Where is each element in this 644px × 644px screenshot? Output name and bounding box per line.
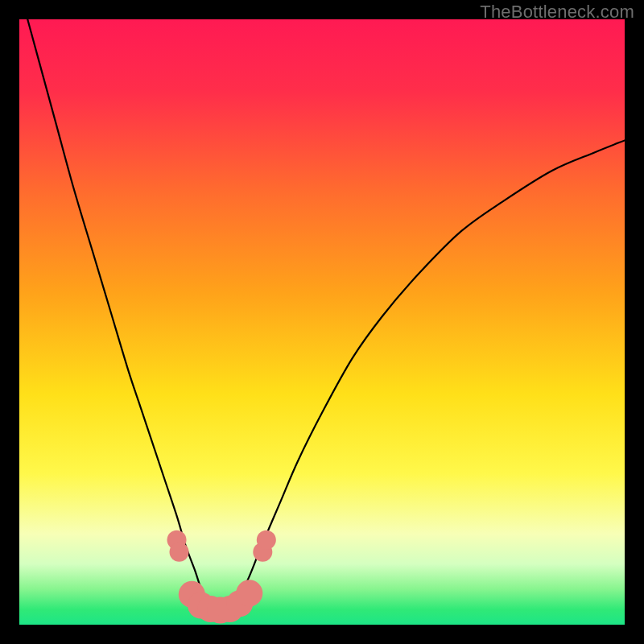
bead-marker xyxy=(257,530,276,550)
chart-frame: TheBottleneck.com xyxy=(0,0,644,644)
chart-svg xyxy=(19,19,625,625)
gradient-background xyxy=(19,19,625,625)
bead-marker xyxy=(236,580,262,606)
plot-area xyxy=(19,19,625,625)
bead-marker xyxy=(169,543,188,562)
